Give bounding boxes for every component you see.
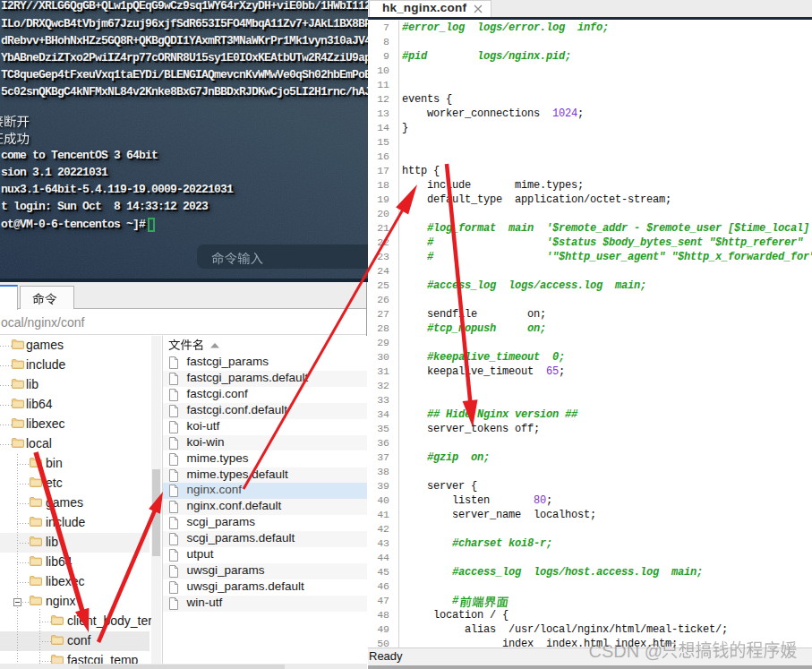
svg-text:CSDN @: CSDN @ (589, 641, 663, 661)
